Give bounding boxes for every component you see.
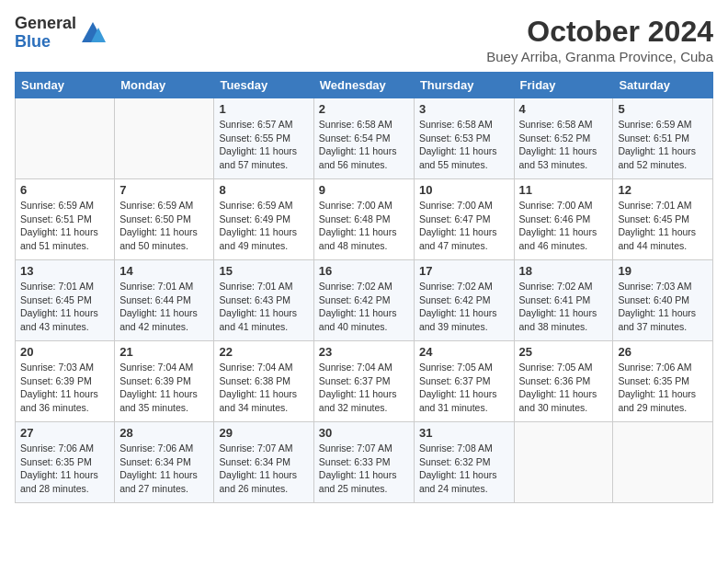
title-block: October 2024 Buey Arriba, Granma Provinc…: [486, 15, 713, 64]
calendar-cell: 12Sunrise: 7:01 AMSunset: 6:45 PMDayligh…: [613, 179, 713, 260]
logo-general-text: General: [15, 15, 76, 33]
day-number: 19: [618, 264, 708, 278]
logo-icon: [80, 20, 106, 46]
calendar-cell: [16, 98, 115, 179]
calendar-cell: 9Sunrise: 7:00 AMSunset: 6:48 PMDaylight…: [313, 179, 414, 260]
month-title: October 2024: [486, 15, 713, 49]
day-info: Sunrise: 6:59 AMSunset: 6:50 PMDaylight:…: [119, 199, 209, 253]
calendar-body: 1Sunrise: 6:57 AMSunset: 6:55 PMDaylight…: [16, 98, 713, 503]
calendar-header: SundayMondayTuesdayWednesdayThursdayFrid…: [16, 73, 713, 98]
day-info: Sunrise: 7:01 AMSunset: 6:43 PMDaylight:…: [219, 280, 308, 334]
day-info: Sunrise: 7:06 AMSunset: 6:35 PMDaylight:…: [618, 361, 708, 415]
calendar-cell: 23Sunrise: 7:04 AMSunset: 6:37 PMDayligh…: [313, 341, 414, 422]
day-number: 18: [519, 264, 609, 278]
day-info: Sunrise: 6:58 AMSunset: 6:52 PMDaylight:…: [519, 118, 609, 172]
day-info: Sunrise: 7:03 AMSunset: 6:40 PMDaylight:…: [618, 280, 708, 334]
calendar-cell: 11Sunrise: 7:00 AMSunset: 6:46 PMDayligh…: [514, 179, 613, 260]
calendar-cell: 28Sunrise: 7:06 AMSunset: 6:34 PMDayligh…: [115, 422, 214, 503]
weekday-header-sunday: Sunday: [16, 73, 115, 98]
day-info: Sunrise: 7:03 AMSunset: 6:39 PMDaylight:…: [20, 361, 109, 415]
day-number: 28: [119, 426, 209, 440]
calendar-cell: 13Sunrise: 7:01 AMSunset: 6:45 PMDayligh…: [16, 260, 115, 341]
day-info: Sunrise: 7:08 AMSunset: 6:32 PMDaylight:…: [419, 442, 509, 496]
location-text: Buey Arriba, Granma Province, Cuba: [486, 49, 713, 64]
weekday-row: SundayMondayTuesdayWednesdayThursdayFrid…: [16, 73, 713, 98]
day-info: Sunrise: 6:57 AMSunset: 6:55 PMDaylight:…: [219, 118, 308, 172]
calendar-cell: [613, 422, 713, 503]
calendar-cell: [514, 422, 613, 503]
calendar-cell: 7Sunrise: 6:59 AMSunset: 6:50 PMDaylight…: [115, 179, 214, 260]
day-info: Sunrise: 7:07 AMSunset: 6:33 PMDaylight:…: [319, 442, 409, 496]
day-info: Sunrise: 7:05 AMSunset: 6:36 PMDaylight:…: [519, 361, 609, 415]
weekday-header-wednesday: Wednesday: [313, 73, 414, 98]
day-number: 1: [219, 102, 308, 116]
day-info: Sunrise: 7:02 AMSunset: 6:42 PMDaylight:…: [419, 280, 509, 334]
weekday-header-thursday: Thursday: [414, 73, 514, 98]
calendar-cell: 17Sunrise: 7:02 AMSunset: 6:42 PMDayligh…: [414, 260, 514, 341]
day-number: 10: [419, 183, 509, 197]
logo: General Blue: [15, 15, 106, 52]
day-number: 21: [119, 345, 209, 359]
day-number: 7: [119, 183, 209, 197]
day-number: 13: [20, 264, 109, 278]
calendar-cell: 2Sunrise: 6:58 AMSunset: 6:54 PMDaylight…: [313, 98, 414, 179]
day-number: 11: [519, 183, 609, 197]
day-number: 22: [219, 345, 308, 359]
weekday-header-friday: Friday: [514, 73, 613, 98]
day-number: 15: [219, 264, 308, 278]
day-number: 27: [20, 426, 109, 440]
day-number: 16: [319, 264, 409, 278]
day-number: 5: [618, 102, 708, 116]
day-number: 9: [319, 183, 409, 197]
day-number: 8: [219, 183, 308, 197]
calendar-week-3: 13Sunrise: 7:01 AMSunset: 6:45 PMDayligh…: [16, 260, 713, 341]
calendar-cell: 5Sunrise: 6:59 AMSunset: 6:51 PMDaylight…: [613, 98, 713, 179]
calendar-cell: 19Sunrise: 7:03 AMSunset: 6:40 PMDayligh…: [613, 260, 713, 341]
weekday-header-monday: Monday: [115, 73, 214, 98]
day-info: Sunrise: 7:00 AMSunset: 6:47 PMDaylight:…: [419, 199, 509, 253]
day-info: Sunrise: 6:59 AMSunset: 6:49 PMDaylight:…: [219, 199, 308, 253]
calendar-cell: 30Sunrise: 7:07 AMSunset: 6:33 PMDayligh…: [313, 422, 414, 503]
day-info: Sunrise: 7:04 AMSunset: 6:37 PMDaylight:…: [319, 361, 409, 415]
weekday-header-tuesday: Tuesday: [214, 73, 313, 98]
calendar-cell: 4Sunrise: 6:58 AMSunset: 6:52 PMDaylight…: [514, 98, 613, 179]
calendar-cell: 10Sunrise: 7:00 AMSunset: 6:47 PMDayligh…: [414, 179, 514, 260]
day-info: Sunrise: 7:01 AMSunset: 6:45 PMDaylight:…: [20, 280, 109, 334]
day-info: Sunrise: 7:00 AMSunset: 6:46 PMDaylight:…: [519, 199, 609, 253]
calendar-week-1: 1Sunrise: 6:57 AMSunset: 6:55 PMDaylight…: [16, 98, 713, 179]
day-info: Sunrise: 7:02 AMSunset: 6:42 PMDaylight:…: [319, 280, 409, 334]
calendar-cell: [115, 98, 214, 179]
day-number: 2: [319, 102, 409, 116]
day-info: Sunrise: 7:07 AMSunset: 6:34 PMDaylight:…: [219, 442, 308, 496]
calendar-cell: 24Sunrise: 7:05 AMSunset: 6:37 PMDayligh…: [414, 341, 514, 422]
day-info: Sunrise: 6:58 AMSunset: 6:53 PMDaylight:…: [419, 118, 509, 172]
day-number: 20: [20, 345, 109, 359]
calendar-cell: 29Sunrise: 7:07 AMSunset: 6:34 PMDayligh…: [214, 422, 313, 503]
day-info: Sunrise: 6:59 AMSunset: 6:51 PMDaylight:…: [618, 118, 708, 172]
day-info: Sunrise: 7:01 AMSunset: 6:45 PMDaylight:…: [618, 199, 708, 253]
day-number: 25: [519, 345, 609, 359]
calendar-cell: 3Sunrise: 6:58 AMSunset: 6:53 PMDaylight…: [414, 98, 514, 179]
calendar-cell: 6Sunrise: 6:59 AMSunset: 6:51 PMDaylight…: [16, 179, 115, 260]
day-number: 29: [219, 426, 308, 440]
day-number: 4: [519, 102, 609, 116]
day-info: Sunrise: 7:04 AMSunset: 6:39 PMDaylight:…: [119, 361, 209, 415]
calendar-cell: 1Sunrise: 6:57 AMSunset: 6:55 PMDaylight…: [214, 98, 313, 179]
calendar-cell: 16Sunrise: 7:02 AMSunset: 6:42 PMDayligh…: [313, 260, 414, 341]
day-info: Sunrise: 7:04 AMSunset: 6:38 PMDaylight:…: [219, 361, 308, 415]
calendar-cell: 22Sunrise: 7:04 AMSunset: 6:38 PMDayligh…: [214, 341, 313, 422]
calendar-cell: 26Sunrise: 7:06 AMSunset: 6:35 PMDayligh…: [613, 341, 713, 422]
day-number: 26: [618, 345, 708, 359]
day-info: Sunrise: 6:59 AMSunset: 6:51 PMDaylight:…: [20, 199, 109, 253]
day-number: 14: [119, 264, 209, 278]
day-number: 24: [419, 345, 509, 359]
day-info: Sunrise: 7:06 AMSunset: 6:34 PMDaylight:…: [119, 442, 209, 496]
logo-blue-text: Blue: [15, 33, 76, 52]
calendar-cell: 21Sunrise: 7:04 AMSunset: 6:39 PMDayligh…: [115, 341, 214, 422]
day-info: Sunrise: 7:01 AMSunset: 6:44 PMDaylight:…: [119, 280, 209, 334]
calendar-cell: 14Sunrise: 7:01 AMSunset: 6:44 PMDayligh…: [115, 260, 214, 341]
day-info: Sunrise: 6:58 AMSunset: 6:54 PMDaylight:…: [319, 118, 409, 172]
weekday-header-saturday: Saturday: [613, 73, 713, 98]
page-header: General Blue October 2024 Buey Arriba, G…: [15, 15, 713, 64]
day-number: 6: [20, 183, 109, 197]
